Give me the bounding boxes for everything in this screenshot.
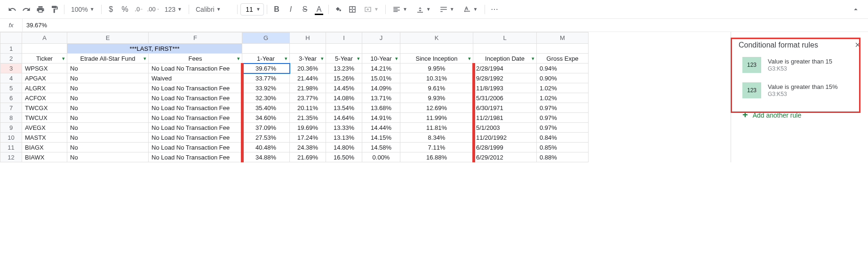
filter-icon[interactable]: ▾ [285,56,287,62]
vertical-align-dropdown[interactable]: ▼ [412,3,435,16]
cell-5year[interactable]: 14.08% [326,93,362,103]
cell[interactable] [473,44,537,54]
cell-since-inception[interactable]: 9.95% [400,64,473,73]
collapse-toolbar-button[interactable] [849,3,862,16]
column-header-E[interactable]: E [67,32,149,44]
column-filter-header[interactable]: Gross Expe [537,54,589,64]
column-filter-header[interactable]: 1-Year▾ [242,54,290,64]
cell-star[interactable]: No [67,113,149,123]
decrease-decimal-button[interactable]: .0← [133,3,146,16]
cell-1year[interactable]: 33.77% [242,73,290,83]
cell-1year[interactable]: 33.92% [242,83,290,93]
cell-gross-expense[interactable]: 0.97% [537,103,589,113]
cell-3year[interactable]: 21.35% [290,113,326,123]
more-formats-dropdown[interactable]: 123▼ [161,3,186,16]
cell-3year[interactable]: 23.77% [290,93,326,103]
filter-icon[interactable]: ▾ [62,56,65,62]
cell-3year[interactable]: 21.69% [290,152,326,162]
cell-star[interactable]: No [67,152,149,162]
column-header-K[interactable]: K [400,32,473,44]
cell-ticker[interactable]: MASTX [22,133,67,143]
cell-ticker[interactable]: BIAGX [22,143,67,152]
cell-5year[interactable]: 13.54% [326,103,362,113]
cell-since-inception[interactable]: 9.93% [400,93,473,103]
cell-1year[interactable]: 35.40% [242,103,290,113]
cell[interactable] [400,44,473,54]
formula-input[interactable]: 39.67% [23,22,868,29]
cell-A1[interactable] [22,44,67,54]
cell-10year[interactable]: 0.00% [362,152,400,162]
cell-fees[interactable]: No Load No Transaction Fee [149,93,242,103]
cell-inception-date[interactable]: 11/20/1992 [473,133,537,143]
column-header-J[interactable]: J [362,32,400,44]
cell-since-inception[interactable]: 9.61% [400,83,473,93]
cell-1year[interactable]: 27.53% [242,133,290,143]
select-all-corner[interactable] [0,32,22,44]
cell-5year[interactable]: 14.80% [326,143,362,152]
add-rule-button[interactable]: + Add another rule [739,103,860,127]
cell-ticker[interactable]: ACFOX [22,93,67,103]
merged-title[interactable]: ***LAST, FIRST*** [67,44,242,54]
cell-gross-expense[interactable]: 0.90% [537,73,589,83]
strikethrough-button[interactable]: S [298,3,311,16]
cell-inception-date[interactable]: 6/29/2012 [473,152,537,162]
column-filter-header[interactable]: Fees▾ [149,54,242,64]
merge-cells-dropdown[interactable]: ▼ [360,3,382,16]
cell-1year[interactable]: 39.67% [242,64,290,73]
column-filter-header[interactable]: Etrade All-Star Fund▾ [67,54,149,64]
cell[interactable] [362,44,400,54]
text-wrap-dropdown[interactable]: ▼ [436,3,458,16]
row-header-5[interactable]: 5 [0,83,22,93]
cell-10year[interactable]: 14.09% [362,83,400,93]
cell-fees[interactable]: Waived [149,73,242,83]
cell-ticker[interactable]: WPSGX [22,64,67,73]
cell-ticker[interactable]: AVEGX [22,123,67,133]
cell-5year[interactable]: 16.50% [326,152,362,162]
cell-since-inception[interactable]: 12.69% [400,103,473,113]
cell-3year[interactable]: 24.38% [290,143,326,152]
cell-ticker[interactable]: BIAWX [22,152,67,162]
cell-gross-expense[interactable]: 0.97% [537,113,589,123]
filter-icon[interactable]: ▾ [357,56,360,62]
cell-fees[interactable]: No Load No Transaction Fee [149,103,242,113]
column-header-F[interactable]: F [149,32,242,44]
cell-fees[interactable]: No Load No Transaction Fee [149,123,242,133]
zoom-dropdown[interactable]: 100%▼ [67,3,98,16]
cell-inception-date[interactable]: 9/28/1992 [473,73,537,83]
cell-star[interactable]: No [67,83,149,93]
row-header-10[interactable]: 10 [0,133,22,143]
column-header-M[interactable]: M [537,32,589,44]
column-filter-header[interactable]: Ticker▾ [22,54,67,64]
cell-3year[interactable]: 21.44% [290,73,326,83]
cell-5year[interactable]: 14.45% [326,83,362,93]
cell-since-inception[interactable]: 11.99% [400,113,473,123]
filter-icon[interactable]: ▾ [321,56,324,62]
cell-10year[interactable]: 14.91% [362,113,400,123]
cell-ticker[interactable]: ALGRX [22,83,67,93]
column-header-G[interactable]: G [242,32,290,44]
cell-3year[interactable]: 17.24% [290,133,326,143]
cell-fees[interactable]: No Load No Transaction Fee [149,113,242,123]
increase-decimal-button[interactable]: .00→ [147,3,160,16]
cell-since-inception[interactable]: 16.88% [400,152,473,162]
cell[interactable] [537,44,589,54]
cell-fees[interactable]: No Load No Transaction Fee [149,152,242,162]
cell-ticker[interactable]: TWCGX [22,103,67,113]
filter-icon[interactable]: ▾ [395,56,398,62]
cell-1year[interactable]: 40.48% [242,143,290,152]
column-header-H[interactable]: H [290,32,326,44]
horizontal-align-dropdown[interactable]: ▼ [389,3,411,16]
cell-3year[interactable]: 20.36% [290,64,326,73]
cell-fees[interactable]: No Load No Transaction Fee [149,64,242,73]
column-filter-header[interactable]: 3-Year▾ [290,54,326,64]
row-header-11[interactable]: 11 [0,143,22,152]
cell-since-inception[interactable]: 7.11% [400,143,473,152]
cell-star[interactable]: No [67,133,149,143]
cell-1year[interactable]: 34.88% [242,152,290,162]
cell-5year[interactable]: 13.33% [326,123,362,133]
column-filter-header[interactable]: 5-Year▾ [326,54,362,64]
cell-ticker[interactable]: APGAX [22,73,67,83]
cell-5year[interactable]: 13.23% [326,64,362,73]
row-header-4[interactable]: 4 [0,73,22,83]
cell-10year[interactable]: 14.21% [362,64,400,73]
